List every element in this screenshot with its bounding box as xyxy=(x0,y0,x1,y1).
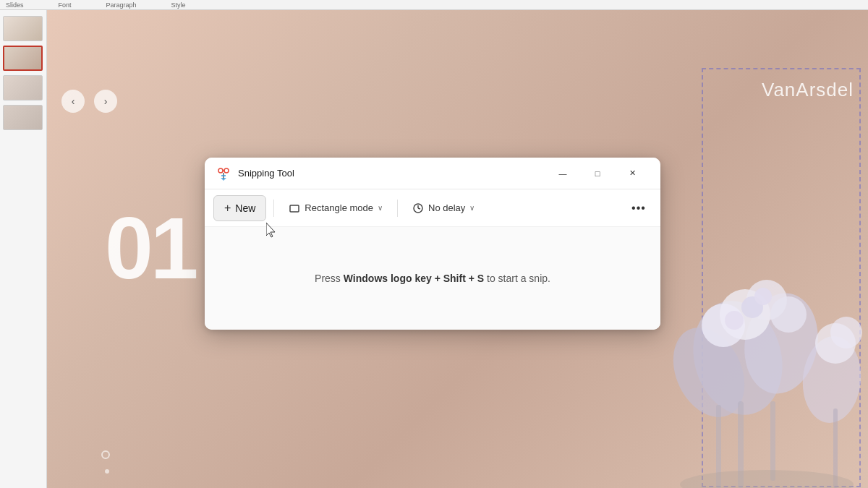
no-delay-button[interactable]: No delay ∨ xyxy=(405,195,482,221)
slide-dot-decoration xyxy=(105,469,109,474)
slide-circle-decoration xyxy=(101,450,110,459)
slide-thumb-2[interactable] xyxy=(3,46,43,71)
slide-panel xyxy=(0,10,47,488)
toolbar-separator-2 xyxy=(397,200,398,217)
slide-thumb-4[interactable] xyxy=(3,105,43,130)
svg-point-8 xyxy=(754,288,772,305)
rectangle-icon xyxy=(289,202,300,214)
svg-point-6 xyxy=(770,296,807,333)
delay-chevron-icon: ∨ xyxy=(469,204,475,212)
hint-suffix: to start a snip. xyxy=(484,273,550,284)
hint-text: Press Windows logo key + Shift + S to st… xyxy=(315,273,550,284)
snipping-tool-window: Snipping Tool — □ ✕ + New Rectangle mode… xyxy=(205,158,660,330)
rectangle-mode-button[interactable]: Rectangle mode ∨ xyxy=(281,195,390,221)
snipping-tool-icon xyxy=(216,166,231,181)
svg-rect-11 xyxy=(770,401,775,481)
ribbon-slides: Slides xyxy=(6,1,24,9)
svg-point-19 xyxy=(224,168,229,173)
snipping-toolbar: + New Rectangle mode ∨ No delay ∨ xyxy=(205,189,660,227)
svg-point-9 xyxy=(725,311,744,330)
ribbon-font: Font xyxy=(59,1,72,9)
hint-prefix: Press xyxy=(315,273,344,284)
new-label: New xyxy=(235,202,255,214)
new-button[interactable]: + New xyxy=(213,195,266,221)
more-options-button[interactable]: ••• xyxy=(626,195,652,221)
rectangle-chevron-icon: ∨ xyxy=(378,204,383,212)
plus-icon: + xyxy=(224,202,231,215)
slide-thumb-1[interactable] xyxy=(3,16,43,41)
ribbon-style: Style xyxy=(171,1,186,9)
slide-big-number: 01 xyxy=(105,198,195,298)
ribbon-paragraph: Paragraph xyxy=(106,1,137,9)
svg-line-27 xyxy=(418,208,420,209)
window-titlebar: Snipping Tool — □ ✕ xyxy=(205,158,660,189)
ribbon-bar: Slides Font Paragraph Style xyxy=(0,0,868,10)
window-controls: — □ ✕ xyxy=(546,162,649,185)
more-icon: ••• xyxy=(631,202,646,215)
svg-point-18 xyxy=(218,168,223,173)
nav-next-button[interactable]: › xyxy=(94,90,117,113)
no-delay-label: No delay xyxy=(428,202,465,213)
window-title: Snipping Tool xyxy=(238,168,294,179)
slide-thumb-3[interactable] xyxy=(3,75,43,100)
clock-icon xyxy=(412,202,424,214)
rectangle-mode-label: Rectangle mode xyxy=(305,202,373,213)
snipping-content-area: Press Windows logo key + Shift + S to st… xyxy=(205,227,660,330)
svg-point-15 xyxy=(830,317,862,348)
svg-rect-24 xyxy=(290,205,299,212)
nav-prev-button[interactable]: ‹ xyxy=(61,90,85,113)
close-button[interactable]: ✕ xyxy=(616,162,649,185)
titlebar-left: Snipping Tool xyxy=(216,166,294,181)
hint-bold: Windows logo key + Shift + S xyxy=(344,273,484,284)
toolbar-separator-1 xyxy=(273,200,274,217)
svg-marker-23 xyxy=(221,178,226,181)
minimize-button[interactable]: — xyxy=(546,162,579,185)
svg-point-17 xyxy=(680,470,854,488)
maximize-button[interactable]: □ xyxy=(581,162,614,185)
